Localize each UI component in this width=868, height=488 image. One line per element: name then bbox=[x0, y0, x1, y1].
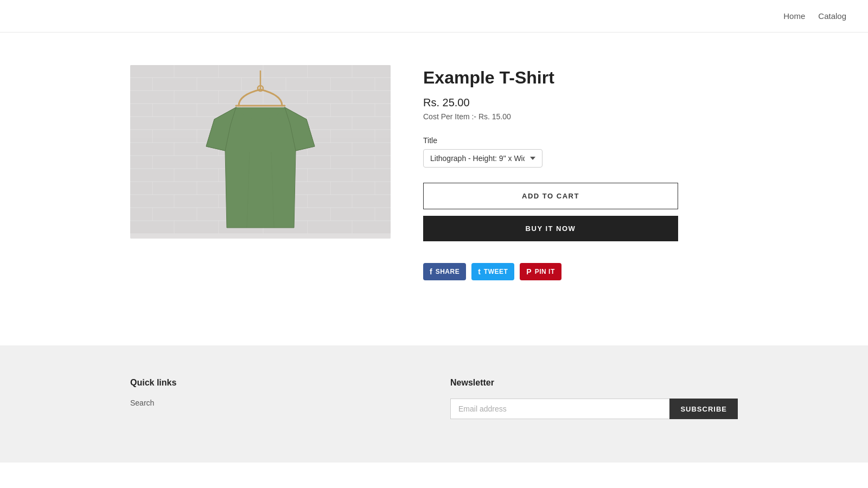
svg-rect-46 bbox=[130, 156, 152, 168]
facebook-share-button[interactable]: f SHARE bbox=[423, 263, 466, 280]
main-nav: Home Catalog bbox=[783, 11, 846, 21]
svg-rect-11 bbox=[286, 78, 330, 90]
svg-rect-9 bbox=[197, 78, 241, 90]
svg-rect-84 bbox=[353, 221, 391, 233]
quick-links-title: Quick links bbox=[130, 378, 418, 388]
svg-rect-6 bbox=[353, 65, 391, 77]
svg-rect-34 bbox=[153, 130, 196, 142]
pinterest-share-button[interactable]: P PIN IT bbox=[520, 263, 561, 280]
svg-rect-47 bbox=[153, 156, 196, 168]
svg-rect-1 bbox=[130, 65, 174, 77]
svg-rect-40 bbox=[130, 143, 174, 155]
svg-rect-72 bbox=[130, 208, 152, 220]
svg-rect-70 bbox=[308, 195, 352, 207]
svg-rect-57 bbox=[308, 169, 352, 181]
newsletter-email-input[interactable] bbox=[450, 399, 669, 419]
twitter-share-button[interactable]: t TWEET bbox=[471, 263, 514, 280]
svg-rect-71 bbox=[353, 195, 391, 207]
twitter-icon: t bbox=[478, 267, 481, 276]
svg-rect-77 bbox=[331, 208, 374, 220]
nav-home[interactable]: Home bbox=[783, 11, 805, 21]
svg-rect-83 bbox=[308, 221, 352, 233]
search-footer-link[interactable]: Search bbox=[130, 399, 418, 407]
twitter-share-label: TWEET bbox=[484, 268, 508, 275]
svg-rect-64 bbox=[331, 182, 374, 194]
svg-rect-20 bbox=[130, 104, 152, 116]
product-svg bbox=[130, 65, 391, 239]
svg-rect-78 bbox=[375, 208, 391, 220]
product-details: Example T-Shirt Rs. 25.00 Cost Per Item … bbox=[423, 65, 738, 280]
svg-rect-2 bbox=[175, 65, 218, 77]
svg-rect-27 bbox=[130, 117, 174, 129]
svg-rect-58 bbox=[353, 169, 391, 181]
product-image-container bbox=[130, 65, 391, 239]
cost-per-item: Cost Per Item :- Rs. 15.00 bbox=[423, 112, 738, 121]
pinterest-icon: P bbox=[526, 267, 531, 276]
svg-rect-21 bbox=[153, 104, 196, 116]
svg-rect-7 bbox=[130, 78, 152, 90]
variant-select[interactable]: Lithograph - Height: 9" x Width: bbox=[423, 149, 542, 168]
nav-catalog[interactable]: Catalog bbox=[818, 11, 846, 21]
pinterest-share-label: PIN IT bbox=[535, 268, 555, 275]
svg-rect-12 bbox=[331, 78, 374, 90]
svg-rect-65 bbox=[375, 182, 391, 194]
svg-rect-60 bbox=[153, 182, 196, 194]
svg-rect-38 bbox=[331, 130, 374, 142]
variant-label: Title bbox=[423, 136, 738, 145]
buy-now-button[interactable]: BUY IT NOW bbox=[423, 216, 678, 241]
svg-rect-25 bbox=[331, 104, 374, 116]
svg-rect-5 bbox=[308, 65, 352, 77]
svg-rect-59 bbox=[130, 182, 152, 194]
svg-rect-80 bbox=[175, 221, 218, 233]
subscribe-button[interactable]: SUBSCRIBE bbox=[669, 399, 738, 419]
svg-rect-44 bbox=[308, 143, 352, 155]
social-share: f SHARE t TWEET P PIN IT bbox=[423, 263, 738, 280]
svg-rect-26 bbox=[375, 104, 391, 116]
svg-rect-33 bbox=[130, 130, 152, 142]
svg-rect-54 bbox=[175, 169, 218, 181]
product-image bbox=[130, 65, 391, 239]
footer-content: Quick links Search Newsletter SUBSCRIBE bbox=[108, 378, 760, 419]
svg-rect-73 bbox=[153, 208, 196, 220]
svg-rect-31 bbox=[308, 117, 352, 129]
quick-links-section: Quick links Search bbox=[130, 378, 418, 419]
svg-rect-13 bbox=[375, 78, 391, 90]
newsletter-section: Newsletter SUBSCRIBE bbox=[450, 378, 738, 419]
svg-rect-19 bbox=[353, 91, 391, 103]
svg-rect-52 bbox=[375, 156, 391, 168]
svg-rect-18 bbox=[308, 91, 352, 103]
site-footer: Quick links Search Newsletter SUBSCRIBE bbox=[0, 345, 868, 463]
newsletter-title: Newsletter bbox=[450, 378, 738, 388]
svg-rect-39 bbox=[375, 130, 391, 142]
svg-rect-16 bbox=[219, 91, 263, 103]
add-to-cart-button[interactable]: ADD TO CART bbox=[423, 183, 678, 209]
svg-rect-45 bbox=[353, 143, 391, 155]
facebook-icon: f bbox=[430, 267, 432, 276]
svg-rect-79 bbox=[130, 221, 174, 233]
product-title: Example T-Shirt bbox=[423, 67, 738, 88]
svg-rect-15 bbox=[175, 91, 218, 103]
svg-rect-14 bbox=[130, 91, 174, 103]
svg-rect-8 bbox=[153, 78, 196, 90]
svg-rect-67 bbox=[175, 195, 218, 207]
svg-rect-66 bbox=[130, 195, 174, 207]
product-price: Rs. 25.00 bbox=[423, 97, 738, 109]
svg-rect-53 bbox=[130, 169, 174, 181]
svg-rect-3 bbox=[219, 65, 263, 77]
svg-rect-51 bbox=[331, 156, 374, 168]
main-content: Example T-Shirt Rs. 25.00 Cost Per Item … bbox=[108, 33, 760, 313]
facebook-share-label: SHARE bbox=[436, 268, 460, 275]
site-header: Home Catalog bbox=[0, 0, 868, 33]
newsletter-form: SUBSCRIBE bbox=[450, 399, 738, 419]
svg-rect-28 bbox=[175, 117, 218, 129]
svg-rect-32 bbox=[353, 117, 391, 129]
svg-rect-4 bbox=[264, 65, 307, 77]
